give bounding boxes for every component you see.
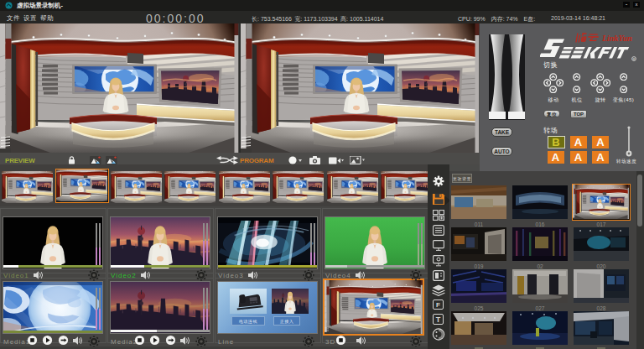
svg-text:R: R <box>633 58 636 61</box>
